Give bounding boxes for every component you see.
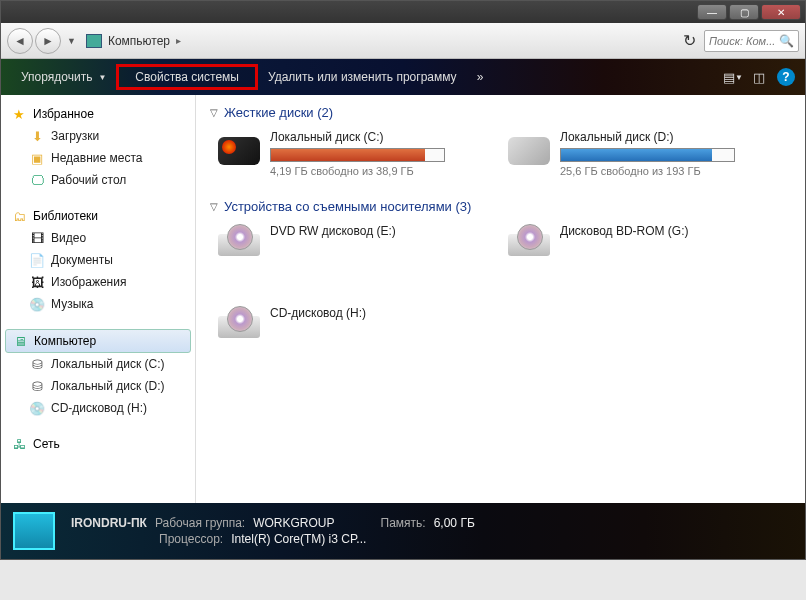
computer-large-icon	[13, 512, 55, 550]
drive-bd-g[interactable]: Дисковод BD-ROM (G:)	[508, 224, 758, 266]
collapse-icon: ▽	[210, 201, 218, 212]
section-hard-disks[interactable]: ▽ Жесткие диски (2)	[210, 105, 791, 120]
workgroup-value: WORKGROUP	[253, 516, 334, 530]
disk-icon: ⛁	[29, 356, 45, 372]
sidebar-item-pictures[interactable]: 🖼Изображения	[5, 271, 191, 293]
breadcrumb[interactable]: Компьютер	[108, 34, 170, 48]
breadcrumb-separator-icon[interactable]: ▸	[176, 35, 181, 46]
collapse-icon: ▽	[210, 107, 218, 118]
download-icon: ⬇	[29, 128, 45, 144]
capacity-bar	[270, 148, 445, 162]
sidebar-item-documents[interactable]: 📄Документы	[5, 249, 191, 271]
sidebar-item-disk-c[interactable]: ⛁Локальный диск (C:)	[5, 353, 191, 375]
uninstall-program-button[interactable]: Удалить или изменить программу	[258, 66, 467, 88]
sidebar-item-disk-d[interactable]: ⛁Локальный диск (D:)	[5, 375, 191, 397]
system-properties-button[interactable]: Свойства системы	[116, 64, 258, 90]
sidebar-favorites[interactable]: ★ Избранное	[5, 103, 191, 125]
details-pane: IRONDRU-ПК Рабочая группа: WORKGROUP Пам…	[1, 503, 805, 559]
computer-icon	[86, 34, 102, 48]
navigation-pane: ★ Избранное ⬇Загрузки ▣Недавние места 🖵Р…	[1, 95, 196, 527]
search-input[interactable]	[709, 35, 774, 47]
drive-dvd-e[interactable]: DVD RW дисковод (E:)	[218, 224, 468, 266]
network-icon: 🖧	[11, 436, 27, 452]
bd-icon	[508, 234, 550, 256]
sidebar-item-downloads[interactable]: ⬇Загрузки	[5, 125, 191, 147]
drive-label: Локальный диск (C:)	[270, 130, 468, 144]
workgroup-label: Рабочая группа:	[155, 516, 245, 530]
memory-value: 6,00 ГБ	[434, 516, 475, 530]
forward-button[interactable]: ►	[35, 28, 61, 54]
chevron-down-icon: ▼	[98, 73, 106, 82]
dvd-icon	[218, 234, 260, 256]
drive-d[interactable]: Локальный диск (D:) 25,6 ГБ свободно из …	[508, 130, 758, 177]
navigation-bar: ◄ ► ▼ Компьютер ▸ ↻ 🔍	[1, 23, 805, 59]
back-button[interactable]: ◄	[7, 28, 33, 54]
drive-label: DVD RW дисковод (E:)	[270, 224, 468, 238]
disk-icon: ⛁	[29, 378, 45, 394]
sidebar-network[interactable]: 🖧 Сеть	[5, 433, 191, 455]
libraries-icon: 🗂	[11, 208, 27, 224]
capacity-bar	[560, 148, 735, 162]
star-icon: ★	[11, 106, 27, 122]
preview-pane-icon[interactable]: ◫	[751, 69, 767, 85]
close-button[interactable]: ✕	[761, 4, 801, 20]
sidebar-item-music[interactable]: 💿Музыка	[5, 293, 191, 315]
drive-label: CD-дисковод (H:)	[270, 306, 468, 320]
free-space-text: 4,19 ГБ свободно из 38,9 ГБ	[270, 165, 468, 177]
documents-icon: 📄	[29, 252, 45, 268]
sidebar-item-cd-h[interactable]: 💿CD-дисковод (H:)	[5, 397, 191, 419]
hdd-icon	[218, 137, 260, 165]
recent-icon: ▣	[29, 150, 45, 166]
history-dropdown-icon[interactable]: ▼	[67, 36, 76, 46]
drive-c[interactable]: Локальный диск (C:) 4,19 ГБ свободно из …	[218, 130, 468, 177]
explorer-window: — ▢ ✕ ◄ ► ▼ Компьютер ▸ ↻ 🔍 Упорядочить …	[0, 0, 806, 560]
computer-icon: 🖥	[12, 333, 28, 349]
cd-drive-icon	[218, 316, 260, 338]
sidebar-computer[interactable]: 🖥 Компьютер	[5, 329, 191, 353]
drive-label: Дисковод BD-ROM (G:)	[560, 224, 758, 238]
drive-label: Локальный диск (D:)	[560, 130, 758, 144]
search-box[interactable]: 🔍	[704, 30, 799, 52]
sidebar-libraries[interactable]: 🗂 Библиотеки	[5, 205, 191, 227]
content-pane: ▽ Жесткие диски (2) Локальный диск (C:) …	[196, 95, 805, 527]
help-icon[interactable]: ?	[777, 68, 795, 86]
cd-icon: 💿	[29, 400, 45, 416]
cpu-value: Intel(R) Core(TM) i3 CP...	[231, 532, 366, 546]
maximize-button[interactable]: ▢	[729, 4, 759, 20]
address-bar[interactable]: Компьютер ▸	[86, 34, 187, 48]
free-space-text: 25,6 ГБ свободно из 193 ГБ	[560, 165, 758, 177]
pictures-icon: 🖼	[29, 274, 45, 290]
video-icon: 🎞	[29, 230, 45, 246]
desktop-icon: 🖵	[29, 172, 45, 188]
sidebar-item-videos[interactable]: 🎞Видео	[5, 227, 191, 249]
music-icon: 💿	[29, 296, 45, 312]
section-removable[interactable]: ▽ Устройства со съемными носителями (3)	[210, 199, 791, 214]
view-options-icon[interactable]: ▤▼	[725, 69, 741, 85]
body-area: ★ Избранное ⬇Загрузки ▣Недавние места 🖵Р…	[1, 95, 805, 527]
minimize-button[interactable]: —	[697, 4, 727, 20]
toolbar-overflow[interactable]: »	[467, 66, 494, 88]
hdd-icon	[508, 137, 550, 165]
pc-name: IRONDRU-ПК	[71, 516, 147, 530]
sidebar-item-recent[interactable]: ▣Недавние места	[5, 147, 191, 169]
refresh-button[interactable]: ↻	[683, 31, 696, 50]
drive-cd-h[interactable]: CD-дисковод (H:)	[218, 306, 468, 348]
command-bar: Упорядочить ▼ Свойства системы Удалить и…	[1, 59, 805, 95]
sidebar-item-desktop[interactable]: 🖵Рабочий стол	[5, 169, 191, 191]
cpu-label: Процессор:	[159, 532, 223, 546]
title-bar: — ▢ ✕	[1, 1, 805, 23]
memory-label: Память:	[381, 516, 426, 530]
search-icon: 🔍	[779, 34, 794, 48]
organize-menu[interactable]: Упорядочить ▼	[11, 66, 116, 88]
